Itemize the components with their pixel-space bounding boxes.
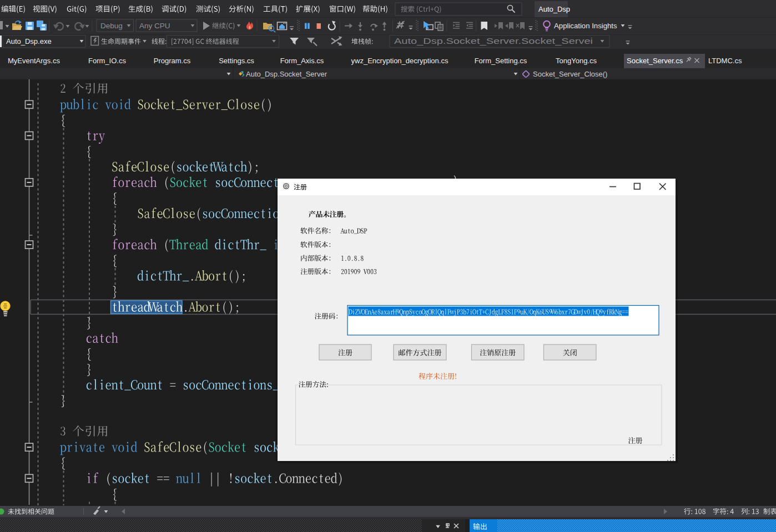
svg-text:Socket_Server.cs: Socket_Server.cs <box>627 57 683 65</box>
svg-text:LTDMC.cs: LTDMC.cs <box>708 57 742 65</box>
svg-text:Settings.cs: Settings.cs <box>219 57 254 65</box>
svg-text:Any CPU: Any CPU <box>139 22 170 30</box>
svg-text:Auto_Dsp.Socket_Server.Socket_: Auto_Dsp.Socket_Server.Socket_Servei <box>394 37 593 45</box>
svg-text:MyEventArgs.cs: MyEventArgs.cs <box>8 57 60 65</box>
svg-text:TongYong.cs: TongYong.cs <box>556 57 597 65</box>
svg-text:ywz_Encryption_decryption.cs: ywz_Encryption_decryption.cs <box>351 57 449 65</box>
svg-text:Form_Axis.cs: Form_Axis.cs <box>280 57 324 65</box>
svg-text:Auto_Dsp: Auto_Dsp <box>538 5 570 13</box>
svg-text:Program.cs: Program.cs <box>154 57 191 65</box>
svg-text:Auto_Dsp.Socket_Server: Auto_Dsp.Socket_Server <box>246 70 327 78</box>
svg-text:Debug: Debug <box>100 22 123 30</box>
svg-text:Application Insights: Application Insights <box>554 22 617 30</box>
svg-text:Auto_Dsp.exe: Auto_Dsp.exe <box>6 37 52 45</box>
svg-text:Form_Setting.cs: Form_Setting.cs <box>475 57 527 65</box>
svg-text:Socket_Server_Close(): Socket_Server_Close() <box>533 70 607 78</box>
svg-text:Form_IO.cs: Form_IO.cs <box>88 57 126 65</box>
